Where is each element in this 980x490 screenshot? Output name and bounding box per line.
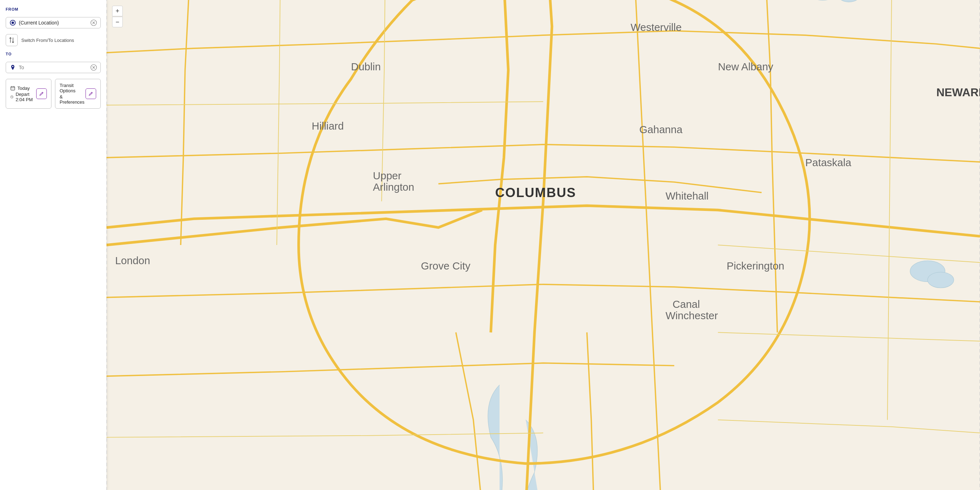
location-dot-icon xyxy=(10,19,16,26)
svg-line-17 xyxy=(12,97,13,97)
from-clear-button[interactable] xyxy=(91,19,97,26)
svg-text:Grove City: Grove City xyxy=(421,260,471,271)
svg-line-19 xyxy=(91,93,92,93)
pencil-icon xyxy=(39,91,44,96)
transit-options-card[interactable]: Transit Options & Preferences xyxy=(55,79,101,109)
map-area: DELAWARE OHIO Marysville Westerville Dub… xyxy=(107,0,980,490)
from-section-label: FROM xyxy=(6,7,101,11)
svg-text:Pickerington: Pickerington xyxy=(727,260,784,271)
svg-text:Dublin: Dublin xyxy=(351,61,381,72)
to-clear-button[interactable] xyxy=(91,64,97,71)
calendar-icon xyxy=(10,86,15,91)
pin-icon xyxy=(10,64,16,71)
datetime-line2: Depart 2:04 PM xyxy=(16,92,36,102)
to-label: TO xyxy=(6,52,101,57)
svg-point-24 xyxy=(928,272,954,287)
svg-text:Arlington: Arlington xyxy=(373,181,414,193)
svg-text:Canal: Canal xyxy=(672,298,700,310)
svg-text:Westerville: Westerville xyxy=(630,21,682,33)
left-panel: FROM Switch From/To Locations xyxy=(0,0,107,490)
zoom-out-button[interactable]: − xyxy=(112,17,123,27)
svg-point-1 xyxy=(11,21,14,24)
svg-text:Gahanna: Gahanna xyxy=(640,124,682,135)
from-label: FROM xyxy=(6,7,101,13)
map-controls: + − xyxy=(112,6,123,27)
to-input[interactable] xyxy=(19,65,91,70)
svg-text:Upper: Upper xyxy=(373,170,402,182)
transit-line2: & Preferences xyxy=(60,94,86,105)
datetime-edit-button[interactable] xyxy=(36,88,47,99)
datetime-line1: Today xyxy=(18,86,30,91)
transit-pencil-icon xyxy=(88,91,93,96)
svg-text:COLUMBUS: COLUMBUS xyxy=(495,185,576,200)
clear-icon xyxy=(91,19,97,26)
from-input-row xyxy=(6,17,101,29)
svg-rect-20 xyxy=(107,0,980,490)
transit-edit-button[interactable] xyxy=(86,88,96,99)
switch-locations-button[interactable] xyxy=(6,34,18,46)
svg-text:Winchester: Winchester xyxy=(666,310,718,321)
datetime-card[interactable]: Today Depart 2:04 PM xyxy=(6,79,51,109)
to-section-label: TO xyxy=(6,52,101,56)
datetime-text: Today Depart 2:04 PM xyxy=(10,86,36,102)
svg-text:New Albany: New Albany xyxy=(718,61,773,72)
svg-text:NEWARK: NEWARK xyxy=(936,86,980,99)
transit-text: Transit Options & Preferences xyxy=(60,83,86,105)
svg-text:Whitehall: Whitehall xyxy=(666,190,709,202)
svg-rect-11 xyxy=(11,87,14,90)
zoom-in-button[interactable]: + xyxy=(112,6,123,16)
svg-text:Pataskala: Pataskala xyxy=(805,156,851,168)
svg-line-18 xyxy=(42,93,43,93)
switch-label: Switch From/To Locations xyxy=(21,38,74,43)
clock-icon xyxy=(10,94,13,99)
to-clear-icon xyxy=(91,64,97,71)
svg-text:London: London xyxy=(115,255,150,266)
switch-row: Switch From/To Locations xyxy=(6,33,101,48)
from-input[interactable] xyxy=(19,20,91,26)
map-svg: DELAWARE OHIO Marysville Westerville Dub… xyxy=(107,0,980,490)
to-input-row xyxy=(6,62,101,73)
transit-line1: Transit Options xyxy=(60,83,86,93)
svg-point-7 xyxy=(12,66,13,67)
svg-text:Hilliard: Hilliard xyxy=(312,120,344,132)
bottom-row: Today Depart 2:04 PM xyxy=(6,79,101,109)
switch-icon xyxy=(8,37,15,43)
